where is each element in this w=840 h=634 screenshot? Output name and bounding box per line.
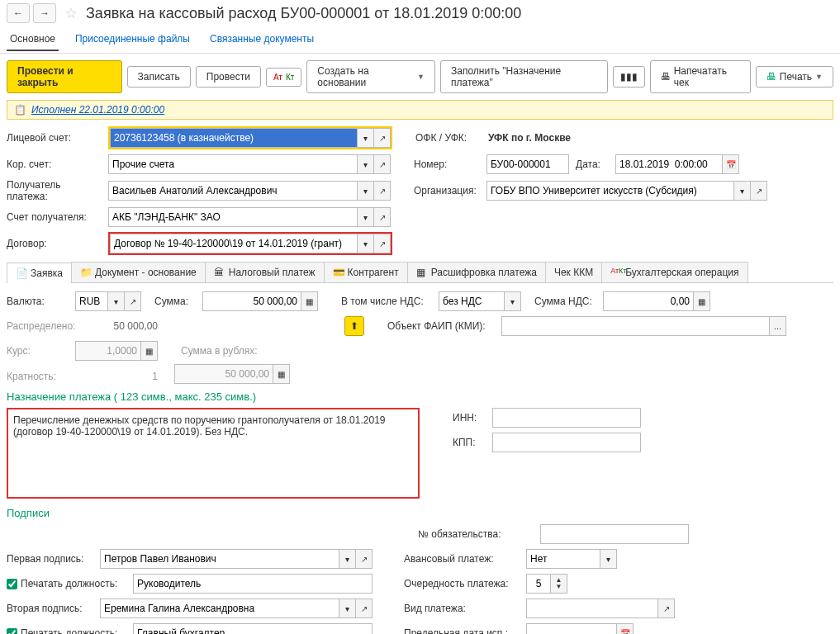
page-title: Заявка на кассовый расход БУ00-000001 от…: [86, 5, 521, 22]
position1-field[interactable]: [133, 574, 373, 594]
tab-related[interactable]: Связанные документы: [206, 28, 317, 51]
print-position1-checkbox[interactable]: [7, 579, 17, 589]
calendar-icon[interactable]: 📅: [723, 154, 739, 174]
open-icon[interactable]: ↗: [374, 207, 391, 227]
dropdown-icon[interactable]: ▾: [358, 128, 374, 148]
calc-icon[interactable]: ▦: [694, 291, 710, 311]
vat-incl-field[interactable]: [439, 291, 505, 311]
number-field[interactable]: [486, 154, 569, 174]
post-and-close-button[interactable]: Провести и закрыть: [7, 60, 122, 93]
table-icon: ▦: [416, 267, 428, 278]
post-button[interactable]: Провести: [196, 66, 261, 88]
sign2-field[interactable]: [100, 599, 339, 618]
open-icon[interactable]: ↗: [125, 291, 141, 311]
open-icon[interactable]: ↗: [374, 234, 391, 253]
position2-field[interactable]: [133, 623, 373, 634]
number-label: Номер:: [414, 158, 480, 170]
calc-icon: ▦: [141, 341, 158, 361]
open-icon[interactable]: ↗: [356, 599, 373, 618]
distributed-value: 50 000,00: [92, 320, 158, 332]
advance-label: Авансовый платеж:: [404, 553, 520, 565]
dropdown-icon[interactable]: ▾: [339, 549, 356, 569]
currency-field[interactable]: [75, 291, 108, 311]
corr-account-field[interactable]: [108, 154, 358, 174]
print-button[interactable]: 🖶Печать▼: [756, 66, 833, 88]
dropdown-icon[interactable]: ▾: [358, 181, 374, 201]
sum-rub-label: Сумма в рублях:: [181, 345, 263, 357]
sign2-label: Вторая подпись:: [7, 603, 93, 614]
obligation-field[interactable]: [540, 524, 689, 544]
print-position2-checkbox[interactable]: [7, 628, 17, 635]
fill-purpose-button[interactable]: Заполнить "Назначение платежа": [440, 60, 608, 93]
sign1-field[interactable]: [100, 549, 339, 569]
dt-kt-icon-button[interactable]: АтКт: [266, 68, 301, 87]
tab-main[interactable]: Основное: [7, 28, 59, 51]
order-field[interactable]: [526, 574, 551, 594]
dropdown-icon[interactable]: ▾: [339, 599, 356, 618]
inner-tab-details[interactable]: ▦Расшифровка платежа: [407, 262, 546, 282]
corr-account-label: Кор. счет:: [7, 158, 102, 170]
dropdown-icon[interactable]: ▾: [108, 291, 125, 311]
dropdown-icon[interactable]: ▾: [358, 207, 374, 227]
favorite-star-icon[interactable]: ☆: [64, 4, 78, 22]
payee-field[interactable]: [108, 181, 358, 201]
inn-field[interactable]: [492, 408, 641, 428]
inn-label: ИНН:: [453, 412, 486, 423]
sign1-label: Первая подпись:: [7, 553, 93, 565]
dropdown-icon[interactable]: ▾: [505, 291, 521, 311]
open-icon[interactable]: ↗: [374, 181, 391, 201]
payee-account-field[interactable]: [108, 207, 358, 227]
calendar-icon[interactable]: 📅: [617, 623, 634, 634]
date-field[interactable]: [615, 154, 723, 174]
dropdown-icon[interactable]: ▾: [734, 181, 751, 201]
order-label: Очередность платежа:: [404, 578, 520, 589]
advance-field[interactable]: [526, 549, 600, 569]
more-icon[interactable]: …: [770, 316, 786, 336]
rate-field: [75, 341, 141, 361]
inner-tab-accounting[interactable]: АтКтБухгалтерская операция: [601, 262, 747, 282]
inner-tab-kkm[interactable]: Чек ККМ: [545, 262, 602, 282]
vat-incl-label: В том числе НДС:: [341, 296, 432, 307]
dropdown-icon[interactable]: ▾: [358, 154, 374, 174]
open-icon[interactable]: ↗: [374, 128, 391, 148]
document-icon: 📄: [16, 267, 27, 279]
inner-tab-basis-doc[interactable]: 📁Документ - основание: [71, 262, 206, 282]
open-icon[interactable]: ↗: [658, 599, 675, 618]
calc-icon[interactable]: ▦: [301, 291, 318, 311]
up-arrow-button[interactable]: ⬆: [344, 316, 364, 336]
vat-sum-field[interactable]: [603, 291, 694, 311]
open-icon[interactable]: ↗: [374, 154, 391, 174]
inner-tab-application[interactable]: 📄Заявка: [7, 263, 72, 283]
nav-forward[interactable]: →: [33, 3, 56, 23]
faip-label: Объект ФАИП (КМИ):: [387, 320, 495, 332]
status-link[interactable]: Исполнен 22.01.2019 0:00:00: [31, 104, 164, 116]
contract-field[interactable]: [110, 234, 358, 253]
faip-field[interactable]: [501, 316, 770, 336]
create-based-on-button[interactable]: Создать на основании▼: [306, 60, 435, 93]
payee-account-label: Счет получателя:: [7, 211, 102, 223]
dropdown-icon[interactable]: ▾: [358, 234, 374, 253]
spinner-icon[interactable]: ▲▼: [551, 574, 567, 594]
deadline-label: Предельная дата исп.:: [404, 627, 520, 634]
open-icon[interactable]: ↗: [356, 549, 373, 569]
rate-label: Курс:: [7, 345, 69, 357]
open-icon[interactable]: ↗: [751, 181, 767, 201]
paytype-field[interactable]: [526, 599, 658, 618]
deadline-field[interactable]: [526, 623, 617, 634]
inner-tab-tax[interactable]: 🏛Налоговый платеж: [205, 262, 325, 282]
personal-account-field[interactable]: [110, 128, 358, 148]
kpp-field[interactable]: [492, 433, 641, 452]
tab-files[interactable]: Присоединенные файлы: [72, 28, 193, 51]
inner-tab-counterparty[interactable]: 💳Контрагент: [324, 262, 408, 282]
dropdown-icon[interactable]: ▾: [600, 549, 617, 569]
save-button[interactable]: Записать: [127, 66, 191, 88]
purpose-textarea[interactable]: Перечисление денежных средств по поручен…: [7, 408, 420, 499]
mult-value: 1: [75, 371, 158, 382]
barcode-icon: ▮▮▮: [620, 71, 638, 83]
sum-rub-field: [174, 364, 273, 384]
sum-field[interactable]: [202, 291, 301, 311]
org-field[interactable]: [486, 181, 734, 201]
nav-back[interactable]: ←: [7, 3, 30, 23]
print-check-button[interactable]: 🖶Напечатать чек: [650, 60, 751, 93]
barcode-icon-button[interactable]: ▮▮▮: [613, 66, 645, 88]
